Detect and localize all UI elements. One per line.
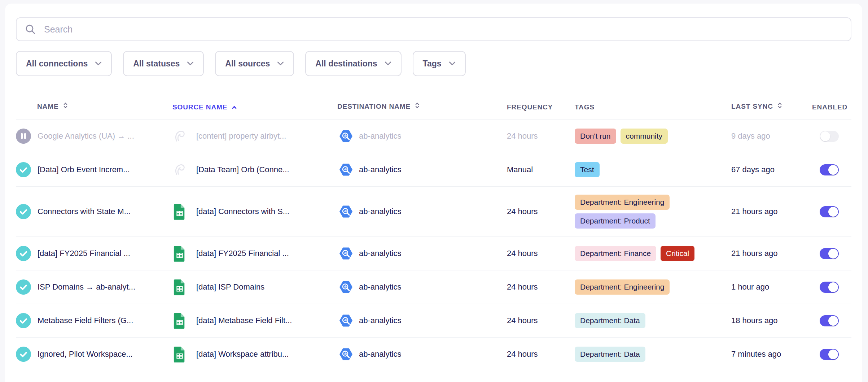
tag: Department: Product bbox=[575, 213, 656, 229]
frequency-value: Manual bbox=[507, 165, 575, 174]
toggle-knob bbox=[828, 249, 838, 259]
destination-cell: ab-analytics bbox=[337, 203, 507, 220]
last-sync-value: 7 minutes ago bbox=[731, 350, 812, 359]
connection-name-cell: Metabase Field Filters (G... bbox=[16, 313, 172, 328]
last-sync-value: 18 hours ago bbox=[731, 316, 812, 325]
enabled-cell bbox=[812, 315, 851, 326]
source-name: [data] Connectors with S... bbox=[196, 207, 289, 216]
tags-cell: Department: Data bbox=[575, 347, 731, 362]
enabled-toggle[interactable] bbox=[820, 315, 839, 326]
filter-all-statuses[interactable]: All statuses bbox=[123, 51, 204, 76]
filter-all-connections[interactable]: All connections bbox=[16, 51, 112, 76]
connection-name: [data] FY2025 Financial ... bbox=[38, 249, 130, 258]
search-input[interactable] bbox=[43, 24, 843, 35]
enabled-toggle[interactable] bbox=[820, 131, 839, 142]
source-cell: [data] FY2025 Financial ... bbox=[172, 245, 337, 262]
source-cell: [Data Team] Orb (Conne... bbox=[172, 161, 337, 178]
search-bar bbox=[16, 17, 851, 41]
connections-panel: All connectionsAll statusesAll sourcesAl… bbox=[5, 4, 862, 382]
source-name: [data] Workspace attribu... bbox=[196, 350, 289, 359]
column-header-tags: TAGS bbox=[575, 103, 731, 111]
enabled-cell bbox=[812, 164, 851, 175]
bigquery-icon bbox=[337, 346, 355, 363]
sort-icon bbox=[63, 101, 68, 111]
tags-cell: Department: EngineeringDepartment: Produ… bbox=[575, 195, 731, 229]
tags-cell: Department: Data bbox=[575, 313, 731, 328]
tag: Department: Engineering bbox=[575, 195, 670, 210]
column-header-source[interactable]: SOURCE NAME bbox=[172, 103, 337, 111]
column-header-enabled: ENABLED bbox=[812, 103, 851, 111]
destination-cell: ab-analytics bbox=[337, 127, 507, 145]
filter-all-destinations[interactable]: All destinations bbox=[305, 51, 401, 76]
filter-all-sources[interactable]: All sources bbox=[215, 51, 294, 76]
source-name: [content] property airbyt... bbox=[196, 131, 286, 141]
column-header-label: DESTINATION NAME bbox=[337, 103, 411, 110]
tag: Department: Finance bbox=[575, 246, 656, 261]
connection-name: Connectors with State M... bbox=[38, 207, 131, 216]
table-row[interactable]: Google Analytics (UA) → ...[content] pro… bbox=[16, 119, 851, 153]
tags-cell: Department: FinanceCritical bbox=[575, 246, 731, 261]
bigquery-icon bbox=[337, 245, 355, 262]
frequency-value: 24 hours bbox=[507, 350, 575, 359]
connection-name-cell: [data] FY2025 Financial ... bbox=[16, 246, 172, 261]
tags-cell: Test bbox=[575, 162, 731, 177]
enabled-toggle[interactable] bbox=[820, 282, 839, 293]
column-header-label: NAME bbox=[37, 103, 59, 110]
column-header-label: LAST SYNC bbox=[731, 103, 773, 110]
tag: Department: Data bbox=[575, 347, 645, 362]
table-row[interactable]: Metabase Field Filters (G...[data] Metab… bbox=[16, 304, 851, 337]
destination-name: ab-analytics bbox=[359, 350, 401, 359]
tags-cell: Department: Engineering bbox=[575, 279, 731, 295]
frequency-value: 24 hours bbox=[507, 316, 575, 325]
enabled-toggle[interactable] bbox=[820, 349, 839, 360]
toggle-knob bbox=[828, 165, 838, 175]
sort-asc-icon bbox=[231, 103, 237, 111]
filter-label: All connections bbox=[26, 59, 88, 69]
destination-cell: ab-analytics bbox=[337, 245, 507, 262]
column-header-destination[interactable]: DESTINATION NAME bbox=[337, 101, 507, 111]
google-sheets-icon bbox=[172, 346, 187, 363]
pause-icon bbox=[16, 129, 31, 144]
check-icon bbox=[16, 246, 31, 261]
tag: community bbox=[621, 129, 668, 144]
bigquery-icon bbox=[337, 161, 355, 178]
table-row[interactable]: [data] FY2025 Financial ...[data] FY2025… bbox=[16, 236, 851, 270]
enabled-cell bbox=[812, 248, 851, 259]
table-header: NAMESOURCE NAMEDESTINATION NAMEFREQUENCY… bbox=[16, 76, 851, 119]
column-header-frequency: FREQUENCY bbox=[507, 103, 575, 111]
toggle-knob bbox=[828, 207, 838, 217]
tag: Department: Engineering bbox=[575, 279, 670, 295]
column-header-name[interactable]: NAME bbox=[16, 101, 172, 111]
source-cell: [data] Connectors with S... bbox=[172, 203, 337, 220]
connection-name-cell: [Data] Orb Event Increm... bbox=[16, 162, 172, 177]
tag: Don't run bbox=[575, 129, 616, 144]
bigquery-icon bbox=[337, 203, 355, 220]
enabled-toggle[interactable] bbox=[820, 206, 839, 217]
destination-name: ab-analytics bbox=[359, 207, 401, 216]
column-header-label: SOURCE NAME bbox=[172, 103, 227, 111]
tags-cell: Don't runcommunity bbox=[575, 129, 731, 144]
chevron-down-icon bbox=[449, 61, 456, 66]
enabled-cell bbox=[812, 206, 851, 217]
destination-name: ab-analytics bbox=[359, 282, 401, 292]
table-row[interactable]: [Data] Orb Event Increm...[Data Team] Or… bbox=[16, 153, 851, 186]
sort-icon bbox=[777, 101, 782, 111]
column-header-last-sync[interactable]: LAST SYNC bbox=[731, 101, 812, 111]
connection-name: Ignored, Pilot Workspace... bbox=[38, 350, 133, 359]
table-row[interactable]: Ignored, Pilot Workspace...[data] Worksp… bbox=[16, 337, 851, 371]
table-row[interactable]: ISP Domains → ab-analyt...[data] ISP Dom… bbox=[16, 270, 851, 304]
connection-name-cell: ISP Domains → ab-analyt... bbox=[16, 279, 172, 295]
enabled-toggle[interactable] bbox=[820, 248, 839, 259]
check-icon bbox=[16, 162, 31, 177]
filter-label: All destinations bbox=[315, 59, 377, 69]
table-row[interactable]: Connectors with State M...[data] Connect… bbox=[16, 186, 851, 236]
tag: Department: Data bbox=[575, 313, 645, 328]
filter-tags[interactable]: Tags bbox=[413, 51, 466, 76]
enabled-toggle[interactable] bbox=[820, 164, 839, 175]
chevron-down-icon bbox=[187, 61, 194, 66]
source-cell: [content] property airbyt... bbox=[172, 127, 337, 145]
toggle-knob bbox=[828, 316, 838, 326]
toggle-knob bbox=[820, 131, 830, 141]
google-sheets-icon bbox=[172, 245, 187, 262]
check-icon bbox=[16, 313, 31, 328]
